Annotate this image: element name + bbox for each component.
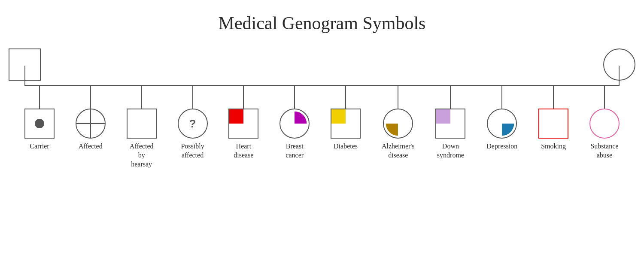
symbol-item-possibly-affected: ? Possiblyaffected [178, 85, 208, 169]
heart-disease-shape [228, 109, 258, 139]
affected-label: Affected [79, 142, 103, 151]
affected-shape [76, 109, 106, 139]
symbol-item-depression: Depression [486, 85, 517, 169]
symbol-item-substance-abuse: Substanceabuse [589, 85, 620, 169]
diabetes-label: Diabetes [334, 142, 358, 151]
hearsay-shape [127, 109, 157, 139]
question-mark-icon: ? [189, 117, 196, 130]
diabetes-square [331, 109, 361, 139]
page-title: Medical Genogram Symbols [0, 0, 644, 33]
diabetes-shape [331, 109, 361, 139]
possibly-affected-shape: ? [178, 109, 208, 139]
alzheimers-label: Alzheimer'sdisease [382, 142, 415, 160]
heart-disease-label: Heartdisease [234, 142, 253, 160]
alzheimers-circle [383, 109, 413, 139]
smoking-shape [538, 109, 568, 139]
down-syndrome-shape [435, 109, 465, 139]
symbol-item-hearsay: Affectedbyhearsay [127, 85, 157, 169]
depression-circle [487, 109, 517, 139]
smoking-square [538, 109, 568, 139]
symbol-item-affected: Affected [76, 85, 106, 169]
symbol-item-down-syndrome: Downsyndrome [435, 85, 465, 169]
substance-abuse-label: Substanceabuse [590, 142, 618, 160]
possibly-affected-label: Possiblyaffected [181, 142, 204, 160]
breast-cancer-label: Breastcancer [286, 142, 304, 160]
symbol-item-diabetes: Diabetes [331, 85, 361, 169]
symbol-item-alzheimers: Alzheimer'sdisease [382, 85, 415, 169]
heart-fill [229, 109, 243, 124]
down-syndrome-square [435, 109, 465, 139]
carrier-dot [35, 119, 44, 128]
carrier-shape [24, 109, 55, 139]
crosshair-v [90, 109, 91, 138]
symbol-item-breast-cancer: Breastcancer [279, 85, 310, 169]
alzheimers-svg [384, 109, 412, 138]
v-line-square [24, 66, 25, 86]
breast-cancer-svg [280, 109, 309, 138]
symbol-item-heart-disease: Heartdisease [228, 85, 258, 169]
depression-svg [488, 109, 516, 138]
breast-cancer-circle [279, 109, 310, 139]
breast-cancer-shape [279, 109, 310, 139]
heart-disease-square [228, 109, 258, 139]
substance-abuse-circle [589, 109, 620, 139]
hearsay-label: Affectedbyhearsay [130, 142, 154, 169]
down-fill [436, 109, 450, 124]
depression-shape [487, 109, 517, 139]
diagram-area: Carrier Affected Affectedbyhearsay ? [0, 33, 644, 244]
hearsay-square [127, 109, 157, 139]
diabetes-fill [331, 109, 346, 124]
symbol-item-carrier: Carrier [24, 85, 55, 169]
affected-circle [76, 109, 106, 139]
smoking-label: Smoking [541, 142, 566, 151]
alzheimers-shape [383, 109, 413, 139]
symbols-row: Carrier Affected Affectedbyhearsay ? [24, 85, 620, 169]
possibly-affected-circle: ? [178, 109, 208, 139]
v-line-circle [619, 66, 620, 86]
carrier-square [24, 109, 55, 139]
symbol-item-smoking: Smoking [538, 85, 568, 169]
carrier-label: Carrier [30, 142, 49, 151]
down-syndrome-label: Downsyndrome [437, 142, 464, 160]
depression-label: Depression [486, 142, 517, 151]
substance-abuse-shape [589, 109, 620, 139]
